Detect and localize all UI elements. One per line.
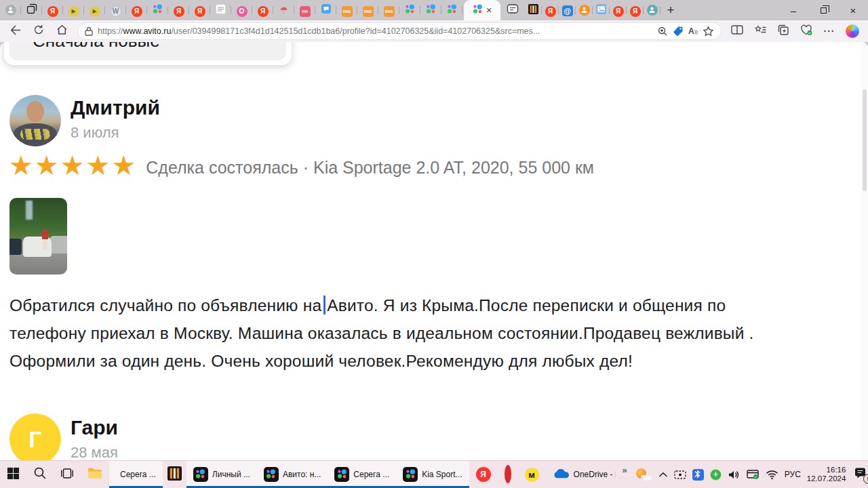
tab-ozon[interactable]: O: [231, 0, 252, 20]
new-tab-button[interactable]: +: [660, 0, 681, 20]
restore-button[interactable]: [808, 0, 838, 20]
review-text: Обратился случайно по объявлению наАвито…: [9, 291, 754, 375]
tab-workspaces-button[interactable]: [21, 0, 42, 20]
wifi-icon[interactable]: [766, 470, 778, 480]
browser-essentials-button[interactable]: [796, 22, 816, 41]
browser-profile-button[interactable]: [0, 0, 21, 20]
tab-yandex[interactable]: Я: [42, 0, 63, 20]
tab-dns[interactable]: DNS: [336, 0, 357, 20]
dns-icon: DNS: [384, 3, 395, 18]
bluetooth-icon[interactable]: [692, 469, 704, 481]
refresh-button[interactable]: [28, 22, 49, 41]
onedrive-button[interactable]: OneDrive - P: [546, 461, 623, 488]
start-button[interactable]: [0, 461, 26, 488]
tab-encar[interactable]: ен: [294, 0, 315, 20]
tab-actions-menu-button[interactable]: [500, 0, 525, 20]
reviewer-avatar-photo[interactable]: [9, 95, 61, 146]
tab-stripes[interactable]: [525, 0, 542, 20]
tab-yandex[interactable]: Я: [627, 0, 644, 20]
volume-icon[interactable]: [728, 470, 741, 480]
notifications-button[interactable]: 5: [854, 467, 868, 482]
weather-widget-button[interactable]: [629, 461, 658, 488]
umbrella-icon: ☂: [279, 4, 288, 16]
collections-button[interactable]: [773, 22, 793, 41]
reviewer-name: Дмитрий: [71, 96, 160, 119]
task-view-button[interactable]: [54, 461, 81, 488]
avito-window-button[interactable]: Личный ...: [186, 461, 257, 488]
shopping-tag-icon[interactable]: [673, 26, 684, 37]
overflow-marker[interactable]: »: [623, 465, 627, 475]
edge-window-button[interactable]: Серега ...: [109, 461, 163, 488]
cast-screen-icon[interactable]: [674, 470, 686, 480]
review-date: 8 июля: [71, 124, 119, 142]
opera-button[interactable]: [498, 461, 518, 488]
scrollbar-thumb[interactable]: [863, 89, 867, 191]
tab-video[interactable]: ▶: [84, 0, 105, 20]
favorites-button[interactable]: [750, 22, 770, 41]
address-bar[interactable]: https://www.avito.ru/user/0394998171c3f4…: [77, 22, 722, 40]
favorite-star-icon[interactable]: [703, 26, 714, 37]
tab-dns[interactable]: DNS: [357, 0, 378, 20]
yandex-icon: Я: [258, 4, 269, 17]
tab-yandex[interactable]: Я: [168, 0, 189, 20]
tab-mailru[interactable]: @: [559, 0, 576, 20]
tab-messenger[interactable]: [315, 0, 336, 20]
active-tab[interactable]: ×: [464, 0, 500, 20]
settings-menu-button[interactable]: ···: [819, 22, 840, 41]
tab-dns[interactable]: DNS: [378, 0, 399, 20]
taskbar-apps: Серега ... Личный ... Авито: н... Серега…: [0, 461, 623, 488]
chat-icon: [321, 4, 331, 16]
tab-video[interactable]: ▶: [63, 0, 84, 20]
read-aloud-icon[interactable]: A)): [688, 26, 698, 36]
hidden-icons-chevron[interactable]: [658, 472, 668, 478]
tab-yandex[interactable]: Я: [610, 0, 627, 20]
tabs-after-active: Я @ Я Я: [525, 0, 660, 20]
tab-close-icon[interactable]: ×: [486, 5, 492, 15]
tab-avito[interactable]: [420, 0, 441, 20]
dns-icon: DNS: [363, 3, 374, 18]
photo-shape: [43, 239, 47, 250]
tab-document[interactable]: [210, 0, 231, 20]
payment-card-icon[interactable]: [747, 469, 760, 480]
tab-yandex[interactable]: Я: [189, 0, 210, 20]
tab-umbrella[interactable]: ☂: [273, 0, 294, 20]
browser-toolbar: https://www.avito.ru/user/0394998171c3f4…: [0, 20, 868, 42]
deal-status-text: Сделка состоялась · Kia Sportage 2.0 AT,…: [146, 158, 594, 178]
tab-profile[interactable]: [644, 0, 660, 20]
tab-odnoklassniki[interactable]: [576, 0, 593, 20]
pinned-stripes-app-button[interactable]: [163, 461, 186, 488]
reviewer-avatar-letter[interactable]: Г: [9, 413, 61, 461]
close-button[interactable]: ×: [838, 0, 868, 20]
clock[interactable]: 16:16 12.07.2024: [807, 466, 846, 484]
yandex-browser-button[interactable]: Я: [469, 461, 498, 488]
tab-yandex[interactable]: Я: [542, 0, 559, 20]
tab-avito[interactable]: [399, 0, 420, 20]
tab-avito[interactable]: [441, 0, 462, 20]
minimize-button[interactable]: –: [778, 0, 808, 20]
review-photo-thumbnail[interactable]: [9, 198, 67, 274]
tab-yandex[interactable]: Я: [252, 0, 273, 20]
language-indicator[interactable]: РУС: [785, 470, 801, 479]
avito-window-button[interactable]: Серега ...: [328, 461, 396, 488]
sort-dropdown-popup: Сначала новые: [4, 42, 292, 65]
antivirus-icon[interactable]: +: [710, 469, 722, 481]
split-screen-button[interactable]: [727, 22, 747, 41]
back-button[interactable]: [5, 22, 26, 41]
tab-images[interactable]: [593, 0, 610, 20]
tab-yandex[interactable]: Я: [126, 0, 147, 20]
avito-window-button[interactable]: Kia Sport...: [396, 461, 469, 488]
file-explorer-button[interactable]: [81, 461, 109, 488]
page-scrollbar[interactable]: [861, 42, 868, 461]
date-text: 12.07.2024: [807, 474, 846, 484]
tab-avito[interactable]: [147, 0, 168, 20]
search-button[interactable]: [26, 461, 54, 488]
sort-option-newest[interactable]: Сначала новые: [9, 42, 286, 60]
home-button[interactable]: [52, 22, 72, 41]
avito-window-button[interactable]: Авито: н...: [257, 461, 328, 488]
tab-list-icon: [507, 3, 519, 17]
tab-vw[interactable]: W: [105, 0, 126, 20]
zoom-level-icon[interactable]: [657, 26, 668, 37]
market-app-button[interactable]: м: [518, 461, 546, 488]
lock-icon: [85, 26, 93, 36]
copilot-button[interactable]: [842, 22, 863, 41]
